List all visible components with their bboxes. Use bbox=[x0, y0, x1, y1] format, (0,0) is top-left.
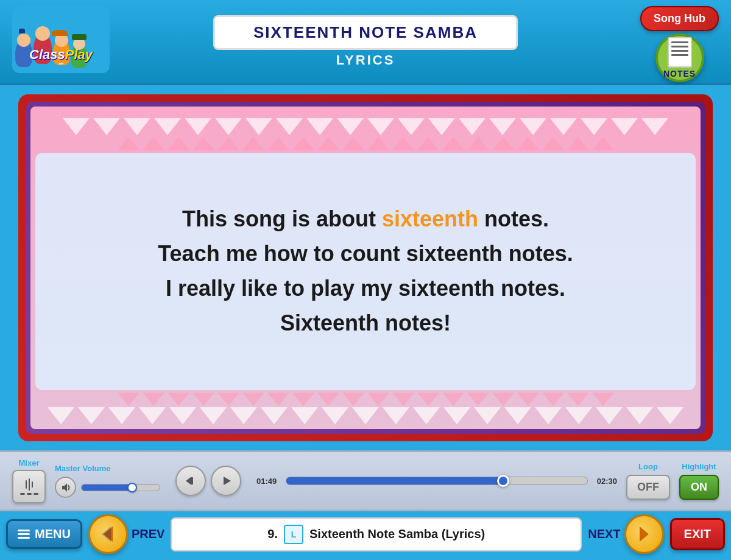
master-volume-group: Master Volume bbox=[55, 464, 160, 498]
header: ClassPlay ™ SIXTEENTH NOTE SAMBA LYRICS … bbox=[0, 0, 731, 85]
tri-up-deco bbox=[592, 137, 614, 150]
rewind-button[interactable] bbox=[175, 466, 206, 496]
tri-up-deco bbox=[342, 137, 364, 150]
loop-label: Loop bbox=[638, 462, 658, 471]
next-button[interactable]: NEXT bbox=[588, 514, 663, 554]
tri-large-bottom bbox=[504, 407, 531, 424]
svg-marker-6 bbox=[640, 527, 649, 542]
progress-thumb bbox=[497, 475, 509, 487]
tri-large-bottom bbox=[261, 407, 288, 424]
next-arrow-circle bbox=[624, 514, 664, 554]
tri-large-bottom bbox=[352, 407, 379, 424]
tri-up-deco bbox=[517, 137, 539, 150]
tri-large-bottom bbox=[200, 407, 227, 424]
tri-deco bbox=[489, 118, 516, 135]
song-title: SIXTEENTH NOTE SAMBA bbox=[213, 15, 518, 50]
tri-deco bbox=[245, 118, 272, 135]
progress-track-area: 01:49 02:30 bbox=[256, 477, 617, 486]
tri-bottom-deco bbox=[342, 393, 364, 406]
notes-line-1 bbox=[671, 41, 688, 43]
exit-button[interactable]: EXIT bbox=[670, 518, 725, 550]
notes-line-4 bbox=[671, 54, 688, 56]
tri-up-deco bbox=[442, 137, 464, 150]
notes-line-2 bbox=[671, 46, 688, 47]
lyrics-content: This song is about sixteenth notes. Teac… bbox=[35, 153, 696, 390]
speaker-svg bbox=[60, 482, 71, 493]
loop-toggle[interactable]: OFF bbox=[626, 475, 670, 500]
tri-up-deco bbox=[217, 137, 239, 150]
track-info: 9. L Sixteenth Note Samba (Lyrics) bbox=[171, 517, 582, 551]
tri-large-bottom bbox=[78, 407, 105, 424]
tri-bottom-deco bbox=[392, 393, 414, 406]
tri-deco bbox=[550, 118, 577, 135]
tri-up-deco bbox=[292, 137, 314, 150]
tri-bottom-deco bbox=[492, 393, 514, 406]
tri-deco bbox=[276, 118, 303, 135]
app-container: ClassPlay ™ SIXTEENTH NOTE SAMBA LYRICS … bbox=[0, 0, 731, 560]
next-label: NEXT bbox=[588, 527, 620, 541]
playback-controls bbox=[175, 466, 241, 496]
prev-label: PREV bbox=[132, 527, 164, 541]
title-area: SIXTEENTH NOTE SAMBA LYRICS bbox=[213, 15, 518, 68]
prev-button[interactable]: PREV bbox=[88, 514, 164, 554]
lyrics-line-1: This song is about sixteenth notes. bbox=[182, 205, 549, 234]
tri-bottom-deco bbox=[118, 393, 139, 406]
frame-middle: This song is about sixteenth notes. Teac… bbox=[26, 102, 705, 434]
lyrics-line-3: I really like to play my sixteenth notes… bbox=[166, 275, 565, 303]
tri-up-deco bbox=[242, 137, 264, 150]
tri-deco bbox=[154, 118, 181, 135]
tri-deco bbox=[520, 118, 546, 135]
menu-line-3 bbox=[18, 537, 30, 539]
triangles-bottom-row2 bbox=[35, 407, 696, 424]
svg-marker-3 bbox=[224, 477, 231, 485]
tri-large-bottom bbox=[169, 407, 196, 424]
tri-up-deco bbox=[417, 137, 439, 150]
tri-up-deco bbox=[168, 137, 189, 150]
prev-arrow-icon bbox=[97, 523, 119, 545]
triangles-row2 bbox=[35, 137, 696, 150]
subtitle-label: LYRICS bbox=[336, 52, 395, 68]
tri-bottom-deco bbox=[467, 393, 489, 406]
tri-deco bbox=[581, 118, 607, 135]
tri-up-deco bbox=[467, 137, 489, 150]
tri-bottom-deco bbox=[267, 393, 289, 406]
song-hub-button[interactable]: Song Hub bbox=[640, 6, 719, 31]
tri-bottom-deco bbox=[592, 393, 614, 406]
tri-bottom-deco bbox=[442, 393, 464, 406]
logo-bg: ClassPlay ™ bbox=[12, 6, 110, 73]
speaker-icon[interactable] bbox=[55, 477, 76, 498]
tri-bottom-deco bbox=[317, 393, 339, 406]
tri-bottom-deco bbox=[517, 393, 539, 406]
tri-bottom-deco bbox=[192, 393, 214, 406]
tri-deco bbox=[93, 118, 120, 135]
lyrics-line1-after: notes. bbox=[478, 206, 549, 231]
tri-deco bbox=[641, 118, 668, 135]
logo-area: ClassPlay ™ bbox=[12, 6, 110, 73]
tri-bottom-deco bbox=[168, 393, 189, 406]
menu-button[interactable]: MENU bbox=[6, 519, 82, 549]
tri-large-bottom bbox=[322, 407, 348, 424]
top-right-controls: Song Hub NOTES bbox=[640, 6, 719, 82]
progress-track[interactable] bbox=[286, 477, 588, 485]
tri-deco bbox=[337, 118, 364, 135]
track-icon-label: L bbox=[291, 530, 297, 539]
tri-deco bbox=[185, 118, 211, 135]
svg-marker-1 bbox=[186, 477, 191, 485]
mixer-icon bbox=[20, 478, 38, 495]
tri-large-bottom bbox=[48, 407, 74, 424]
tri-large-bottom bbox=[565, 407, 592, 424]
tri-up-deco bbox=[367, 137, 389, 150]
tri-large-bottom bbox=[443, 407, 470, 424]
play-icon bbox=[219, 474, 233, 488]
notes-icon-button[interactable]: NOTES bbox=[655, 33, 704, 82]
highlight-toggle[interactable]: ON bbox=[679, 475, 719, 500]
volume-slider[interactable] bbox=[81, 484, 160, 491]
tri-large-bottom bbox=[535, 407, 562, 424]
mixer-label: Mixer bbox=[19, 458, 40, 467]
mixer-button[interactable] bbox=[12, 470, 46, 503]
play-button[interactable] bbox=[211, 466, 241, 496]
rewind-icon bbox=[184, 474, 197, 488]
tri-up-deco bbox=[317, 137, 339, 150]
tri-large-bottom bbox=[383, 407, 409, 424]
bottom-nav: MENU PREV 9. L Sixteenth Note Samba (Lyr… bbox=[0, 511, 731, 557]
